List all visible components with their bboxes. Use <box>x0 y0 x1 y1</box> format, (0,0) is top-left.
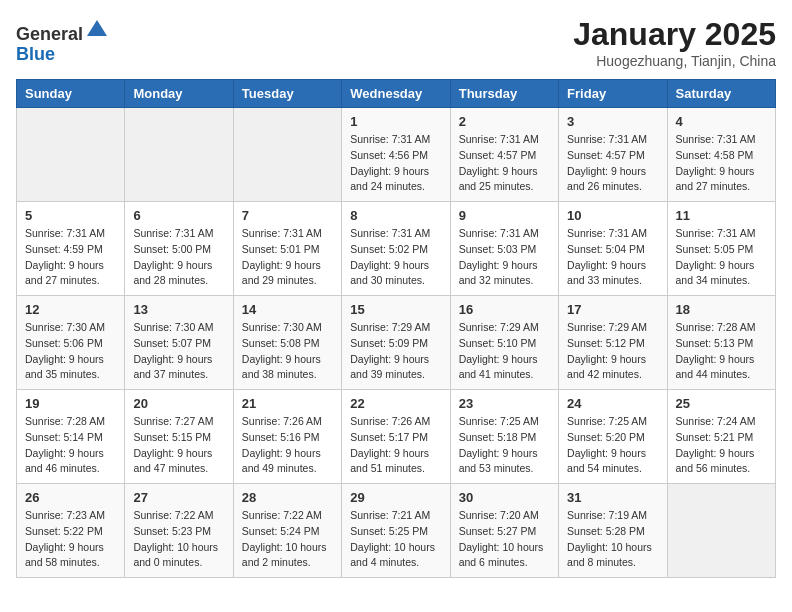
day-number: 21 <box>242 396 333 411</box>
day-info: Sunrise: 7:25 AM Sunset: 5:18 PM Dayligh… <box>459 414 550 477</box>
day-info: Sunrise: 7:29 AM Sunset: 5:09 PM Dayligh… <box>350 320 441 383</box>
day-number: 16 <box>459 302 550 317</box>
calendar-cell: 3Sunrise: 7:31 AM Sunset: 4:57 PM Daylig… <box>559 108 667 202</box>
weekday-header-sunday: Sunday <box>17 80 125 108</box>
calendar-cell: 7Sunrise: 7:31 AM Sunset: 5:01 PM Daylig… <box>233 202 341 296</box>
day-number: 20 <box>133 396 224 411</box>
calendar-week-1: 1Sunrise: 7:31 AM Sunset: 4:56 PM Daylig… <box>17 108 776 202</box>
day-info: Sunrise: 7:31 AM Sunset: 5:05 PM Dayligh… <box>676 226 767 289</box>
day-number: 18 <box>676 302 767 317</box>
calendar-cell: 17Sunrise: 7:29 AM Sunset: 5:12 PM Dayli… <box>559 296 667 390</box>
day-info: Sunrise: 7:30 AM Sunset: 5:06 PM Dayligh… <box>25 320 116 383</box>
day-number: 22 <box>350 396 441 411</box>
svg-marker-0 <box>87 20 107 36</box>
calendar-cell <box>125 108 233 202</box>
day-info: Sunrise: 7:31 AM Sunset: 4:58 PM Dayligh… <box>676 132 767 195</box>
day-info: Sunrise: 7:29 AM Sunset: 5:10 PM Dayligh… <box>459 320 550 383</box>
day-info: Sunrise: 7:26 AM Sunset: 5:17 PM Dayligh… <box>350 414 441 477</box>
weekday-header-thursday: Thursday <box>450 80 558 108</box>
day-number: 12 <box>25 302 116 317</box>
calendar-week-2: 5Sunrise: 7:31 AM Sunset: 4:59 PM Daylig… <box>17 202 776 296</box>
day-number: 5 <box>25 208 116 223</box>
day-info: Sunrise: 7:26 AM Sunset: 5:16 PM Dayligh… <box>242 414 333 477</box>
calendar-cell: 2Sunrise: 7:31 AM Sunset: 4:57 PM Daylig… <box>450 108 558 202</box>
weekday-header-saturday: Saturday <box>667 80 775 108</box>
calendar-week-4: 19Sunrise: 7:28 AM Sunset: 5:14 PM Dayli… <box>17 390 776 484</box>
day-info: Sunrise: 7:28 AM Sunset: 5:13 PM Dayligh… <box>676 320 767 383</box>
day-number: 1 <box>350 114 441 129</box>
calendar-cell <box>233 108 341 202</box>
day-number: 24 <box>567 396 658 411</box>
location: Huogezhuang, Tianjin, China <box>573 53 776 69</box>
day-info: Sunrise: 7:24 AM Sunset: 5:21 PM Dayligh… <box>676 414 767 477</box>
calendar-cell: 27Sunrise: 7:22 AM Sunset: 5:23 PM Dayli… <box>125 484 233 578</box>
weekday-header-wednesday: Wednesday <box>342 80 450 108</box>
day-number: 14 <box>242 302 333 317</box>
calendar-cell: 25Sunrise: 7:24 AM Sunset: 5:21 PM Dayli… <box>667 390 775 484</box>
day-info: Sunrise: 7:22 AM Sunset: 5:23 PM Dayligh… <box>133 508 224 571</box>
calendar-table: SundayMondayTuesdayWednesdayThursdayFrid… <box>16 79 776 578</box>
calendar-cell: 29Sunrise: 7:21 AM Sunset: 5:25 PM Dayli… <box>342 484 450 578</box>
calendar-cell: 1Sunrise: 7:31 AM Sunset: 4:56 PM Daylig… <box>342 108 450 202</box>
calendar-cell: 19Sunrise: 7:28 AM Sunset: 5:14 PM Dayli… <box>17 390 125 484</box>
calendar-cell: 11Sunrise: 7:31 AM Sunset: 5:05 PM Dayli… <box>667 202 775 296</box>
day-info: Sunrise: 7:31 AM Sunset: 5:04 PM Dayligh… <box>567 226 658 289</box>
calendar-cell: 18Sunrise: 7:28 AM Sunset: 5:13 PM Dayli… <box>667 296 775 390</box>
day-number: 15 <box>350 302 441 317</box>
calendar-cell: 23Sunrise: 7:25 AM Sunset: 5:18 PM Dayli… <box>450 390 558 484</box>
calendar-cell: 31Sunrise: 7:19 AM Sunset: 5:28 PM Dayli… <box>559 484 667 578</box>
day-info: Sunrise: 7:31 AM Sunset: 4:56 PM Dayligh… <box>350 132 441 195</box>
day-number: 7 <box>242 208 333 223</box>
weekday-header-tuesday: Tuesday <box>233 80 341 108</box>
day-info: Sunrise: 7:31 AM Sunset: 4:57 PM Dayligh… <box>459 132 550 195</box>
day-info: Sunrise: 7:31 AM Sunset: 5:01 PM Dayligh… <box>242 226 333 289</box>
day-number: 19 <box>25 396 116 411</box>
logo-blue: Blue <box>16 44 55 64</box>
calendar-cell: 26Sunrise: 7:23 AM Sunset: 5:22 PM Dayli… <box>17 484 125 578</box>
day-info: Sunrise: 7:22 AM Sunset: 5:24 PM Dayligh… <box>242 508 333 571</box>
calendar-cell: 10Sunrise: 7:31 AM Sunset: 5:04 PM Dayli… <box>559 202 667 296</box>
calendar-week-5: 26Sunrise: 7:23 AM Sunset: 5:22 PM Dayli… <box>17 484 776 578</box>
day-number: 6 <box>133 208 224 223</box>
calendar-cell: 9Sunrise: 7:31 AM Sunset: 5:03 PM Daylig… <box>450 202 558 296</box>
day-number: 28 <box>242 490 333 505</box>
month-title: January 2025 <box>573 16 776 53</box>
day-info: Sunrise: 7:21 AM Sunset: 5:25 PM Dayligh… <box>350 508 441 571</box>
day-info: Sunrise: 7:31 AM Sunset: 4:57 PM Dayligh… <box>567 132 658 195</box>
calendar-cell: 8Sunrise: 7:31 AM Sunset: 5:02 PM Daylig… <box>342 202 450 296</box>
calendar-cell: 22Sunrise: 7:26 AM Sunset: 5:17 PM Dayli… <box>342 390 450 484</box>
day-info: Sunrise: 7:25 AM Sunset: 5:20 PM Dayligh… <box>567 414 658 477</box>
calendar-cell <box>17 108 125 202</box>
calendar-cell: 16Sunrise: 7:29 AM Sunset: 5:10 PM Dayli… <box>450 296 558 390</box>
logo-general: General <box>16 24 83 44</box>
page-header: General Blue January 2025 Huogezhuang, T… <box>16 16 776 69</box>
day-number: 29 <box>350 490 441 505</box>
day-info: Sunrise: 7:31 AM Sunset: 5:02 PM Dayligh… <box>350 226 441 289</box>
day-number: 26 <box>25 490 116 505</box>
day-number: 10 <box>567 208 658 223</box>
day-number: 11 <box>676 208 767 223</box>
day-number: 23 <box>459 396 550 411</box>
day-info: Sunrise: 7:23 AM Sunset: 5:22 PM Dayligh… <box>25 508 116 571</box>
calendar-cell: 13Sunrise: 7:30 AM Sunset: 5:07 PM Dayli… <box>125 296 233 390</box>
day-info: Sunrise: 7:29 AM Sunset: 5:12 PM Dayligh… <box>567 320 658 383</box>
calendar-cell: 14Sunrise: 7:30 AM Sunset: 5:08 PM Dayli… <box>233 296 341 390</box>
logo: General Blue <box>16 16 109 65</box>
day-info: Sunrise: 7:31 AM Sunset: 4:59 PM Dayligh… <box>25 226 116 289</box>
day-number: 17 <box>567 302 658 317</box>
day-number: 8 <box>350 208 441 223</box>
calendar-cell <box>667 484 775 578</box>
day-info: Sunrise: 7:30 AM Sunset: 5:07 PM Dayligh… <box>133 320 224 383</box>
day-number: 9 <box>459 208 550 223</box>
day-number: 31 <box>567 490 658 505</box>
day-info: Sunrise: 7:31 AM Sunset: 5:03 PM Dayligh… <box>459 226 550 289</box>
weekday-header-monday: Monday <box>125 80 233 108</box>
day-info: Sunrise: 7:30 AM Sunset: 5:08 PM Dayligh… <box>242 320 333 383</box>
day-number: 25 <box>676 396 767 411</box>
day-info: Sunrise: 7:27 AM Sunset: 5:15 PM Dayligh… <box>133 414 224 477</box>
day-info: Sunrise: 7:28 AM Sunset: 5:14 PM Dayligh… <box>25 414 116 477</box>
calendar-week-3: 12Sunrise: 7:30 AM Sunset: 5:06 PM Dayli… <box>17 296 776 390</box>
day-number: 30 <box>459 490 550 505</box>
calendar-cell: 21Sunrise: 7:26 AM Sunset: 5:16 PM Dayli… <box>233 390 341 484</box>
calendar-cell: 15Sunrise: 7:29 AM Sunset: 5:09 PM Dayli… <box>342 296 450 390</box>
